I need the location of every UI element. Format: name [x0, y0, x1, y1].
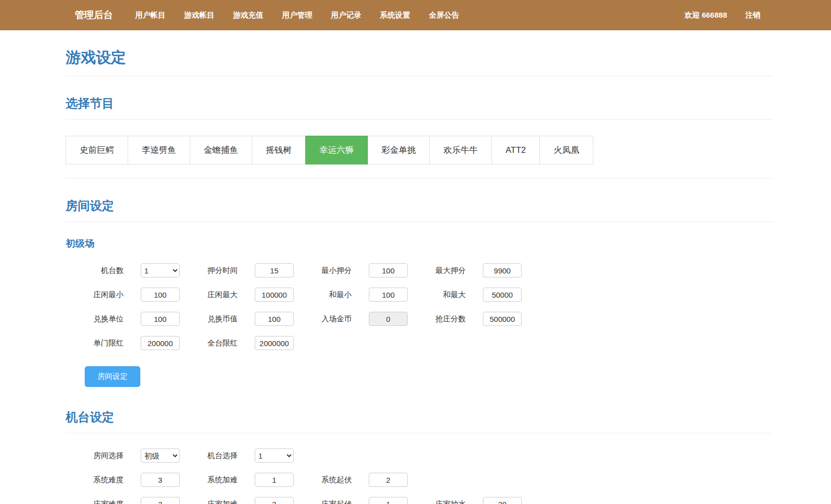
machine-select-field: 机台选择1 [180, 449, 294, 463]
form-row: 单门限红全台限红 [66, 336, 773, 350]
machine-select-select[interactable]: 1 [255, 449, 294, 463]
tie-min-input[interactable] [369, 288, 408, 302]
room-form: 机台数1押分时间最小押分最大押分庄闲最小庄闲最大和最小和最大兑换单位兑换币值入场… [66, 263, 773, 350]
single-door-limit-input[interactable] [141, 336, 180, 350]
max-bet-field: 最大押分 [408, 263, 522, 277]
tie-min-label: 和最小 [294, 290, 369, 300]
banker-harden-label: 庄家加难 [180, 499, 255, 504]
full-table-limit-input[interactable] [255, 336, 294, 350]
system-fluctuation-input[interactable] [369, 473, 408, 487]
logout-link[interactable]: 注销 [745, 11, 760, 20]
banker-difficulty-field: 庄家难度 [66, 497, 180, 504]
banker-difficulty-label: 庄家难度 [66, 499, 141, 504]
room-select-label: 房间选择 [66, 451, 141, 461]
nav-item-6[interactable]: 系统设置 [380, 11, 410, 20]
entry-coins-field: 入场金币 [294, 312, 408, 326]
exchange-unit-label: 兑换单位 [66, 314, 141, 324]
spacer [66, 433, 773, 447]
game-tab-2[interactable]: 李逵劈鱼 [128, 136, 190, 164]
system-harden-input[interactable] [255, 473, 294, 487]
machine-count-field: 机台数1 [66, 263, 180, 277]
max-bet-label: 最大押分 [408, 266, 483, 275]
system-harden-label: 系统加难 [180, 475, 255, 485]
nav-item-4[interactable]: 用户管理 [282, 11, 312, 20]
brand-link[interactable]: 管理后台 [75, 9, 113, 22]
banker-player-min-field: 庄闲最小 [66, 288, 180, 302]
page-title: 游戏设定 [66, 47, 773, 68]
system-harden-field: 系统加难 [180, 473, 294, 487]
nav-item-3[interactable]: 游戏充值 [233, 11, 263, 20]
banker-grab-score-label: 抢庄分数 [408, 314, 483, 324]
min-bet-label: 最小押分 [294, 266, 369, 275]
main-content: 游戏设定 选择节目 史前巨鳄李逵劈鱼金蟾捕鱼摇钱树幸运六狮彩金单挑欢乐牛牛ATT… [66, 47, 773, 504]
form-row: 房间选择初级机台选择1 [66, 449, 773, 463]
room-select-select[interactable]: 初级 [141, 449, 180, 463]
game-tabs: 史前巨鳄李逵劈鱼金蟾捕鱼摇钱树幸运六狮彩金单挑欢乐牛牛ATT2火凤凰 [66, 136, 773, 164]
nav-item-7[interactable]: 全屏公告 [429, 11, 459, 20]
exchange-value-field: 兑换币值 [180, 312, 294, 326]
full-table-limit-label: 全台限红 [180, 339, 255, 348]
game-tab-7[interactable]: 欢乐牛牛 [429, 136, 492, 164]
bet-time-input[interactable] [255, 263, 294, 277]
room-settings-submit-button[interactable]: 房间设定 [85, 366, 140, 387]
game-tab-6[interactable]: 彩金单挑 [367, 136, 430, 164]
exchange-unit-input[interactable] [141, 312, 180, 326]
game-tab-3[interactable]: 金蟾捕鱼 [190, 136, 252, 164]
nav-item-5[interactable]: 用户记录 [331, 11, 361, 20]
game-tab-1[interactable]: 史前巨鳄 [66, 136, 128, 164]
game-tab-4[interactable]: 摇钱树 [252, 136, 306, 164]
top-navbar: 管理后台 用户帐目游戏帐目游戏充值用户管理用户记录系统设置全屏公告 欢迎 666… [0, 0, 831, 30]
tie-max-input[interactable] [483, 288, 522, 302]
form-row: 机台数1押分时间最小押分最大押分 [66, 263, 773, 277]
room-level-title: 初级场 [66, 237, 773, 250]
max-bet-input[interactable] [483, 263, 522, 277]
machine-form: 房间选择初级机台选择1系统难度系统加难系统起伏庄家难度庄家加难庄家起伏庄家抽水 [66, 449, 773, 504]
min-bet-field: 最小押分 [294, 263, 408, 277]
divider [66, 221, 773, 222]
welcome-text: 欢迎 666888 [685, 11, 727, 20]
system-difficulty-input[interactable] [141, 473, 180, 487]
nav-items: 用户帐目游戏帐目游戏充值用户管理用户记录系统设置全屏公告 [135, 11, 459, 20]
form-row: 庄闲最小庄闲最大和最小和最大 [66, 288, 773, 302]
game-tab-5[interactable]: 幸运六狮 [305, 136, 368, 164]
navbar-left: 管理后台 用户帐目游戏帐目游戏充值用户管理用户记录系统设置全屏公告 [75, 9, 459, 22]
game-tab-9[interactable]: 火凤凰 [539, 136, 593, 164]
section-room-title: 房间设定 [66, 198, 773, 214]
form-row: 系统难度系统加难系统起伏 [66, 473, 773, 487]
banker-fluctuation-label: 庄家起伏 [294, 499, 369, 504]
system-fluctuation-label: 系统起伏 [294, 475, 369, 485]
banker-difficulty-input[interactable] [141, 497, 180, 504]
navbar-right: 欢迎 666888 注销 [685, 11, 760, 20]
banker-fluctuation-input[interactable] [369, 497, 408, 504]
machine-count-select[interactable]: 1 [141, 263, 180, 277]
game-tab-8[interactable]: ATT2 [491, 136, 540, 164]
banker-rake-label: 庄家抽水 [408, 499, 483, 504]
min-bet-input[interactable] [369, 263, 408, 277]
banker-player-max-input[interactable] [255, 288, 294, 302]
nav-item-1[interactable]: 用户帐目 [135, 11, 165, 20]
banker-rake-field: 庄家抽水 [408, 497, 522, 504]
banker-grab-score-input[interactable] [483, 312, 522, 326]
section-select-game-title: 选择节目 [66, 95, 773, 111]
nav-item-2[interactable]: 游戏帐目 [184, 11, 214, 20]
system-difficulty-field: 系统难度 [66, 473, 180, 487]
form-row: 兑换单位兑换币值入场金币抢庄分数 [66, 312, 773, 326]
entry-coins-label: 入场金币 [294, 314, 369, 324]
tie-min-field: 和最小 [294, 288, 408, 302]
bet-time-label: 押分时间 [180, 266, 255, 275]
banker-harden-input[interactable] [255, 497, 294, 504]
single-door-limit-field: 单门限红 [66, 336, 180, 350]
divider [66, 119, 773, 120]
system-difficulty-label: 系统难度 [66, 475, 141, 485]
room-select-field: 房间选择初级 [66, 449, 180, 463]
banker-player-max-field: 庄闲最大 [180, 288, 294, 302]
exchange-unit-field: 兑换单位 [66, 312, 180, 326]
banker-rake-input[interactable] [483, 497, 522, 504]
divider [66, 178, 773, 179]
banker-player-min-input[interactable] [141, 288, 180, 302]
section-machine-title: 机台设定 [66, 409, 773, 425]
machine-count-label: 机台数 [66, 266, 141, 275]
exchange-value-label: 兑换币值 [180, 314, 255, 324]
tie-max-field: 和最大 [408, 288, 522, 302]
exchange-value-input[interactable] [255, 312, 294, 326]
